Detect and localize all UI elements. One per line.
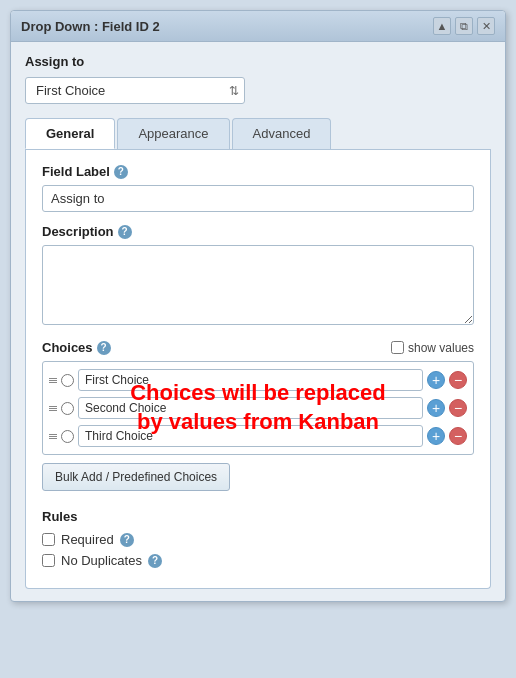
choice-input-2[interactable] xyxy=(78,397,423,419)
copy-button[interactable]: ⧉ xyxy=(455,17,473,35)
required-checkbox[interactable] xyxy=(42,533,55,546)
choice-drag-3[interactable] xyxy=(49,434,57,439)
choice-add-btn-3[interactable]: + xyxy=(427,427,445,445)
window-title: Drop Down : Field ID 2 xyxy=(21,19,160,34)
window: Drop Down : Field ID 2 ▲ ⧉ ✕ Assign to F… xyxy=(10,10,506,602)
bulk-add-button[interactable]: Bulk Add / Predefined Choices xyxy=(42,463,230,491)
required-label: Required xyxy=(61,532,114,547)
rules-title: Rules xyxy=(42,509,474,524)
choice-input-3[interactable] xyxy=(78,425,423,447)
choice-add-btn-1[interactable]: + xyxy=(427,371,445,389)
tabs: General Appearance Advanced xyxy=(25,118,491,150)
titlebar: Drop Down : Field ID 2 ▲ ⧉ ✕ xyxy=(11,11,505,42)
choice-radio-2[interactable] xyxy=(61,402,74,415)
tab-general[interactable]: General xyxy=(25,118,115,149)
description-section: Description ? xyxy=(42,224,474,239)
choice-radio-3[interactable] xyxy=(61,430,74,443)
no-duplicates-rule-row: No Duplicates ? xyxy=(42,553,474,568)
choices-header: Choices ? show values xyxy=(42,340,474,355)
choice-drag-1[interactable] xyxy=(49,378,57,383)
minimize-button[interactable]: ▲ xyxy=(433,17,451,35)
assign-to-select[interactable]: First Choice Second Choice Third Choice xyxy=(25,77,245,104)
field-label-help-icon[interactable]: ? xyxy=(114,165,128,179)
required-help-icon[interactable]: ? xyxy=(120,533,134,547)
choices-help-icon[interactable]: ? xyxy=(97,341,111,355)
choice-add-btn-2[interactable]: + xyxy=(427,399,445,417)
assign-to-label: Assign to xyxy=(25,54,491,69)
description-textarea[interactable] xyxy=(42,245,474,325)
choices-list: + − + − + xyxy=(42,361,474,455)
choice-remove-btn-3[interactable]: − xyxy=(449,427,467,445)
choice-input-1[interactable] xyxy=(78,369,423,391)
choice-radio-1[interactable] xyxy=(61,374,74,387)
tab-appearance[interactable]: Appearance xyxy=(117,118,229,149)
no-duplicates-checkbox[interactable] xyxy=(42,554,55,567)
tab-content-general: Field Label ? Description ? Choices ? sh… xyxy=(25,150,491,589)
no-duplicates-label: No Duplicates xyxy=(61,553,142,568)
choice-drag-2[interactable] xyxy=(49,406,57,411)
window-body: Assign to First Choice Second Choice Thi… xyxy=(11,42,505,601)
required-rule-row: Required ? xyxy=(42,532,474,547)
show-values-checkbox[interactable] xyxy=(391,341,404,354)
show-values-wrapper: show values xyxy=(391,341,474,355)
field-label-input[interactable] xyxy=(42,185,474,212)
description-help-icon[interactable]: ? xyxy=(118,225,132,239)
tab-advanced[interactable]: Advanced xyxy=(232,118,332,149)
choice-remove-btn-2[interactable]: − xyxy=(449,399,467,417)
choice-row-1: + − xyxy=(47,366,469,394)
titlebar-controls: ▲ ⧉ ✕ xyxy=(433,17,495,35)
close-button[interactable]: ✕ xyxy=(477,17,495,35)
assign-to-wrapper: First Choice Second Choice Third Choice … xyxy=(25,77,245,104)
choice-row-3: + − xyxy=(47,422,469,450)
no-duplicates-help-icon[interactable]: ? xyxy=(148,554,162,568)
rules-section: Rules Required ? No Duplicates ? xyxy=(42,509,474,568)
choice-remove-btn-1[interactable]: − xyxy=(449,371,467,389)
choice-row-2: + − xyxy=(47,394,469,422)
field-label-section: Field Label ? xyxy=(42,164,474,179)
show-values-label: show values xyxy=(408,341,474,355)
choices-label: Choices ? xyxy=(42,340,111,355)
